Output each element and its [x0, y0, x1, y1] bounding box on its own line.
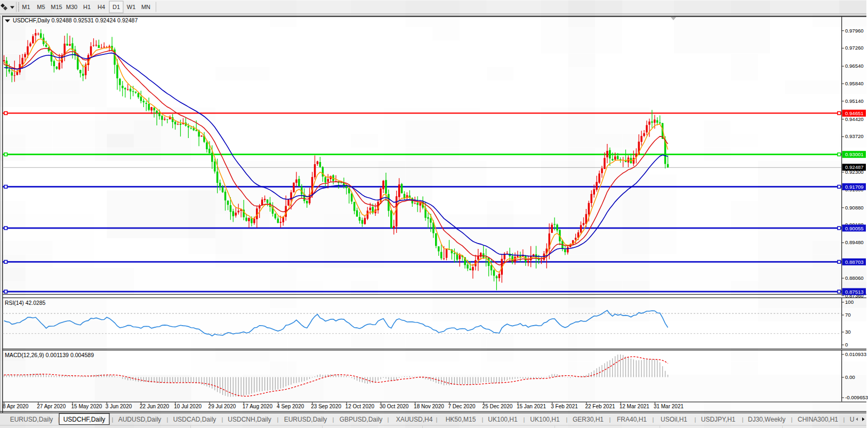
svg-text:0: 0: [845, 342, 848, 348]
svg-text:30: 30: [845, 329, 851, 335]
svg-text:0.93001: 0.93001: [845, 151, 864, 157]
svg-text:0.94420: 0.94420: [845, 116, 864, 122]
svg-text:0.97260: 0.97260: [845, 45, 864, 51]
svg-text:0.95140: 0.95140: [845, 98, 864, 104]
svg-text:0.94651: 0.94651: [845, 110, 864, 116]
svg-text:0.010933: 0.010933: [845, 351, 866, 357]
svg-text:MN: MN: [141, 4, 150, 10]
